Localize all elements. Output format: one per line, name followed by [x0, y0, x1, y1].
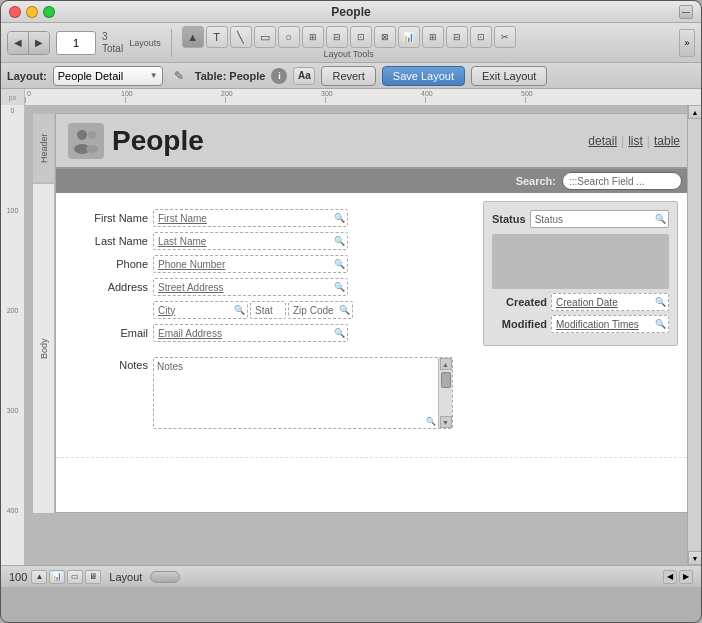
city-field[interactable]: City 🔍	[153, 301, 248, 319]
cursor-tool[interactable]: ▲	[182, 26, 204, 48]
tick-0	[25, 97, 26, 103]
status-label: Status	[492, 213, 526, 225]
line-tool[interactable]: ╲	[230, 26, 252, 48]
address-inputs: City 🔍 Stat Zip Code 🔍	[153, 301, 353, 319]
toolbar: ◀ ▶ 1 3 Total Layouts ▲ T ╲ ▭ ○ ⊞ ⊟ ⊡	[1, 23, 701, 63]
collapse-button[interactable]: —	[679, 5, 693, 19]
tick-label-300: 300	[321, 90, 333, 97]
state-value: Stat	[255, 305, 273, 316]
ruler-px-label: px	[9, 94, 16, 101]
email-value: Email Address	[158, 328, 222, 339]
tick-200	[225, 97, 226, 103]
scroll-thumb	[441, 372, 451, 388]
created-field[interactable]: Creation Date 🔍	[551, 293, 669, 311]
nav-list[interactable]: list	[628, 134, 643, 148]
left-ruler: 0 100 200 300 400	[1, 105, 25, 565]
nav-detail[interactable]: detail	[588, 134, 617, 148]
street-address-value: Street Address	[158, 282, 224, 293]
nav-sep-2: |	[647, 134, 650, 148]
status-pill[interactable]	[150, 571, 180, 583]
tool-14[interactable]: ✂	[494, 26, 516, 48]
svg-point-3	[86, 145, 98, 153]
status-icons: ▲ 📊 ▭ 🖥	[31, 570, 101, 584]
created-value: Creation Date	[556, 297, 618, 308]
revert-button[interactable]: Revert	[321, 66, 375, 86]
notes-scrollbar[interactable]: ▲ ▼	[438, 358, 452, 428]
scroll-bottom-button[interactable]: ▼	[688, 551, 701, 565]
status-field[interactable]: Status 🔍	[530, 210, 669, 228]
canvas-main: People detail | list | table Search: :::…	[55, 113, 693, 513]
status-field-icon: 🔍	[655, 214, 666, 224]
phone-label: Phone	[70, 258, 148, 270]
layout-select[interactable]: People Detail ▼	[53, 66, 163, 86]
status-scroll-right[interactable]: ▶	[679, 570, 693, 584]
notes-field[interactable]: Notes ▲ ▼ 🔍	[153, 357, 453, 429]
table-label: Table: People	[195, 70, 266, 82]
tool-13[interactable]: ⊡	[470, 26, 492, 48]
prev-button[interactable]: ◀	[8, 32, 29, 54]
created-field-icon: 🔍	[655, 297, 666, 307]
window-controls[interactable]	[9, 6, 55, 18]
search-field[interactable]: :::Search Field ...	[562, 172, 682, 190]
mountain-icon[interactable]: ▲	[31, 570, 47, 584]
scroll-track	[688, 119, 701, 551]
layout-select-arrow: ▼	[150, 71, 158, 80]
status-scroll-left[interactable]: ◀	[663, 570, 677, 584]
right-panel: Status Status 🔍 Created Cre	[483, 201, 678, 346]
created-row: Created Creation Date 🔍	[492, 293, 669, 311]
ruler-corner: px	[1, 89, 25, 105]
field-tool[interactable]: ⊟	[326, 26, 348, 48]
next-button[interactable]: ▶	[29, 32, 49, 54]
save-layout-button[interactable]: Save Layout	[382, 66, 465, 86]
status-bar: 100 ▲ 📊 ▭ 🖥 Layout ◀ ▶	[1, 565, 701, 587]
screen-icon[interactable]: 🖥	[85, 570, 101, 584]
scroll-up-arrow[interactable]: ▲	[440, 358, 452, 370]
rect-tool[interactable]: ▭	[254, 26, 276, 48]
tick-100	[125, 97, 126, 103]
close-button[interactable]	[9, 6, 21, 18]
tick-300	[325, 97, 326, 103]
portal-tool[interactable]: ⊞	[302, 26, 324, 48]
tick-label-200: 200	[221, 90, 233, 97]
modified-field[interactable]: Modification Times 🔍	[551, 315, 669, 333]
phone-value: Phone Number	[158, 259, 225, 270]
nav-table[interactable]: table	[654, 134, 680, 148]
street-address-field[interactable]: Street Address 🔍	[153, 278, 348, 296]
search-bar: Search: :::Search Field ...	[56, 169, 692, 193]
email-label: Email	[70, 327, 148, 339]
scroll-down-arrow[interactable]: ▼	[440, 416, 452, 428]
tab-tool[interactable]: ⊠	[374, 26, 396, 48]
minimize-button[interactable]	[26, 6, 38, 18]
modified-label: Modified	[492, 318, 547, 330]
text-tool[interactable]: T	[206, 26, 228, 48]
tool-12[interactable]: ⊟	[446, 26, 468, 48]
zip-field[interactable]: Zip Code 🔍	[288, 301, 353, 319]
status-value: Status	[535, 214, 563, 225]
exit-layout-button[interactable]: Exit Layout	[471, 66, 547, 86]
state-field[interactable]: Stat	[250, 301, 286, 319]
maximize-button[interactable]	[43, 6, 55, 18]
layout-bar: Layout: People Detail ▼ ✎ Table: People …	[1, 63, 701, 89]
expand-button[interactable]: »	[679, 29, 695, 57]
tick-400	[425, 97, 426, 103]
layout-tools-group: ▲ T ╲ ▭ ○ ⊞ ⊟ ⊡ ⊠ 📊 ⊞ ⊟ ⊡ ✂	[182, 26, 516, 48]
first-name-field[interactable]: First Name 🔍	[153, 209, 348, 227]
phone-field[interactable]: Phone Number 🔍	[153, 255, 348, 273]
email-field[interactable]: Email Address 🔍	[153, 324, 348, 342]
info-button[interactable]: i	[271, 68, 287, 84]
rect-icon[interactable]: ▭	[67, 570, 83, 584]
modified-row: Modified Modification Times 🔍	[492, 315, 669, 333]
tool-11[interactable]: ⊞	[422, 26, 444, 48]
last-name-field[interactable]: Last Name 🔍	[153, 232, 348, 250]
page-input[interactable]: 1	[56, 31, 96, 55]
edit-layout-button[interactable]: ✎	[169, 66, 189, 86]
body-area: First Name First Name 🔍 Last Name Last N…	[56, 193, 692, 453]
chart-tool[interactable]: 📊	[398, 26, 420, 48]
aa-button[interactable]: Aa	[293, 67, 315, 85]
chart-icon[interactable]: 📊	[49, 570, 65, 584]
oval-tool[interactable]: ○	[278, 26, 300, 48]
button-tool[interactable]: ⊡	[350, 26, 372, 48]
scroll-top-button[interactable]: ▲	[688, 105, 701, 119]
field-icon-3: 🔍	[334, 259, 345, 269]
status-row: Status Status 🔍	[492, 210, 669, 228]
